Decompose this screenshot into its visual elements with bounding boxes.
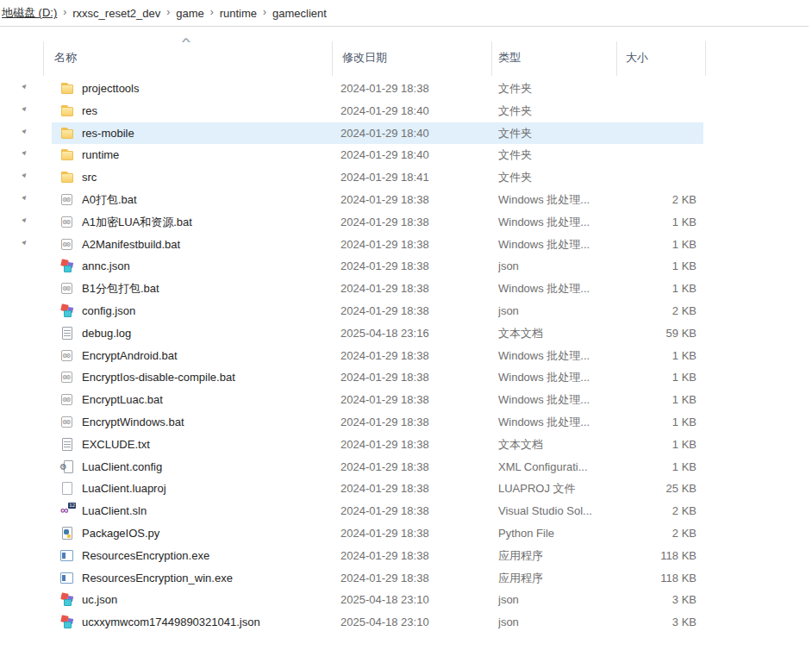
table-row[interactable]: A0打包.bat 2024-01-29 18:38 Windows 批处理...…: [0, 189, 812, 211]
file-size: 3 KB: [595, 589, 696, 611]
file-date-modified: 2024-01-29 18:38: [340, 545, 487, 567]
json-icon: [60, 616, 75, 629]
file-name[interactable]: debug.log: [82, 322, 332, 345]
sort-ascending-icon: ^: [182, 36, 191, 48]
file-name[interactable]: B1分包打包.bat: [82, 278, 332, 300]
breadcrumb-item-game[interactable]: game: [176, 7, 204, 20]
table-row[interactable]: uc.json 2025-04-18 23:10 json 3 KB: [0, 589, 812, 611]
bat-icon: [60, 371, 75, 384]
file-date-modified: 2024-01-29 18:38: [340, 411, 487, 434]
table-row[interactable]: runtime 2024-01-29 18:40 文件夹: [0, 144, 812, 166]
file-date-modified: 2024-01-29 18:38: [340, 366, 487, 389]
column-divider[interactable]: [705, 41, 706, 76]
file-size: 1 KB: [595, 434, 696, 456]
json-icon: [60, 304, 75, 318]
file-date-modified: 2025-04-18 23:10: [340, 611, 487, 634]
table-row[interactable]: EXCLUDE.txt 2024-01-29 18:38 文本文档 1 KB: [0, 434, 812, 456]
file-name[interactable]: EncryptAndroid.bat: [82, 345, 332, 367]
column-divider[interactable]: [43, 41, 44, 76]
file-name[interactable]: EncryptLuac.bat: [82, 389, 332, 411]
file-date-modified: 2024-01-29 18:38: [340, 278, 487, 300]
bat-icon: [60, 282, 75, 296]
table-row[interactable]: A2Manifestbuild.bat 2024-01-29 18:38 Win…: [0, 234, 812, 256]
breadcrumb-chevron-icon: ›: [210, 6, 214, 18]
row-marker-icon: [22, 125, 30, 134]
exe-icon: [60, 549, 75, 563]
file-size: 1 KB: [595, 456, 696, 478]
file-type: 文件夹: [498, 166, 612, 189]
file-name[interactable]: A0打包.bat: [82, 189, 332, 211]
file-size: 1 KB: [595, 255, 696, 278]
column-header-date-modified[interactable]: 修改日期: [342, 40, 387, 76]
file-name[interactable]: annc.json: [82, 255, 332, 278]
table-row[interactable]: PackageIOS.py 2024-01-29 18:38 Python Fi…: [0, 522, 812, 545]
table-row[interactable]: EncryptIos-disable-compile.bat 2024-01-2…: [0, 366, 812, 389]
table-row[interactable]: EncryptWindows.bat 2024-01-29 18:38 Wind…: [0, 411, 812, 434]
table-row[interactable]: LuaClient.sln 2024-01-29 18:38 Visual St…: [0, 500, 812, 522]
file-name[interactable]: A1加密LUA和资源.bat: [82, 211, 332, 234]
file-date-modified: 2024-01-29 18:38: [340, 522, 487, 545]
row-marker-icon: [22, 236, 30, 245]
file-name[interactable]: EncryptWindows.bat: [82, 411, 332, 434]
table-row[interactable]: LuaClient.config 2024-01-29 18:38 XML Co…: [0, 456, 812, 478]
column-headers: ^ 名称 修改日期 类型 大小: [0, 40, 812, 76]
file-size: 2 KB: [595, 522, 696, 545]
table-row[interactable]: res-mobile 2024-01-29 18:40 文件夹: [0, 122, 812, 145]
file-name[interactable]: src: [82, 166, 332, 189]
file-name[interactable]: ResourcesEncryption.exe: [82, 545, 332, 567]
breadcrumb-item-rxxsc-reset2-dev[interactable]: rxxsc_reset2_dev: [72, 7, 160, 20]
column-divider[interactable]: [616, 41, 617, 76]
breadcrumb-item-drive[interactable]: 地磁盘 (D:): [2, 5, 57, 21]
table-row[interactable]: config.json 2024-01-29 18:38 json 2 KB: [0, 300, 812, 322]
column-divider[interactable]: [491, 41, 492, 76]
column-header-type[interactable]: 类型: [498, 40, 521, 76]
file-name[interactable]: projecttools: [82, 78, 332, 100]
file-size: 3 KB: [595, 611, 696, 634]
file-size: 2 KB: [595, 189, 696, 211]
table-row[interactable]: EncryptLuac.bat 2024-01-29 18:38 Windows…: [0, 389, 812, 411]
file-size: 25 KB: [595, 478, 696, 500]
file-name[interactable]: A2Manifestbuild.bat: [82, 234, 332, 256]
table-row[interactable]: projecttools 2024-01-29 18:38 文件夹: [0, 78, 812, 100]
bat-icon: [60, 238, 75, 252]
file-name[interactable]: EXCLUDE.txt: [82, 434, 332, 456]
file-date-modified: 2024-01-29 18:40: [340, 144, 487, 166]
column-divider[interactable]: [332, 41, 333, 76]
row-marker-icon: [22, 147, 30, 155]
column-header-name[interactable]: 名称: [54, 40, 77, 76]
column-header-size[interactable]: 大小: [626, 40, 648, 76]
table-row[interactable]: debug.log 2025-04-18 23:16 文本文档 59 KB: [0, 322, 812, 345]
breadcrumb-item-gameclient[interactable]: gameclient: [272, 7, 327, 20]
table-row[interactable]: LuaClient.luaproj 2024-01-29 18:38 LUAPR…: [0, 478, 812, 500]
table-row[interactable]: ResourcesEncryption.exe 2024-01-29 18:38…: [0, 545, 812, 567]
file-date-modified: 2024-01-29 18:38: [340, 345, 487, 367]
table-row[interactable]: ucxxymwcom17449890321041.json 2025-04-18…: [0, 611, 812, 634]
row-marker-icon: [22, 169, 30, 178]
file-name[interactable]: LuaClient.sln: [82, 500, 332, 522]
file-name[interactable]: PackageIOS.py: [82, 522, 332, 545]
file-name[interactable]: LuaClient.luaproj: [82, 478, 332, 500]
table-row[interactable]: res 2024-01-29 18:40 文件夹: [0, 100, 812, 122]
table-row[interactable]: src 2024-01-29 18:41 文件夹: [0, 166, 812, 189]
row-marker-icon: [22, 191, 30, 200]
file-name[interactable]: LuaClient.config: [82, 456, 332, 478]
table-row[interactable]: B1分包打包.bat 2024-01-29 18:38 Windows 批处理.…: [0, 278, 812, 300]
breadcrumb-item-runtime[interactable]: runtime: [220, 7, 257, 20]
file-date-modified: 2024-01-29 18:41: [340, 166, 487, 189]
file-name[interactable]: ResourcesEncryption_win.exe: [82, 567, 332, 590]
file-name[interactable]: uc.json: [82, 589, 332, 611]
table-row[interactable]: ResourcesEncryption_win.exe 2024-01-29 1…: [0, 567, 812, 590]
file-name[interactable]: config.json: [82, 300, 332, 322]
bat-icon: [60, 193, 75, 207]
file-name[interactable]: runtime: [82, 144, 332, 166]
file-date-modified: 2024-01-29 18:38: [340, 478, 487, 500]
file-name[interactable]: res: [82, 100, 332, 122]
table-row[interactable]: EncryptAndroid.bat 2024-01-29 18:38 Wind…: [0, 345, 812, 367]
file-name[interactable]: EncryptIos-disable-compile.bat: [82, 366, 332, 389]
file-name[interactable]: ucxxymwcom17449890321041.json: [82, 611, 332, 634]
folder-icon: [60, 127, 75, 141]
table-row[interactable]: annc.json 2024-01-29 18:38 json 1 KB: [0, 255, 812, 278]
file-size: 59 KB: [595, 322, 696, 345]
table-row[interactable]: A1加密LUA和资源.bat 2024-01-29 18:38 Windows …: [0, 211, 812, 234]
file-name[interactable]: res-mobile: [82, 122, 332, 145]
